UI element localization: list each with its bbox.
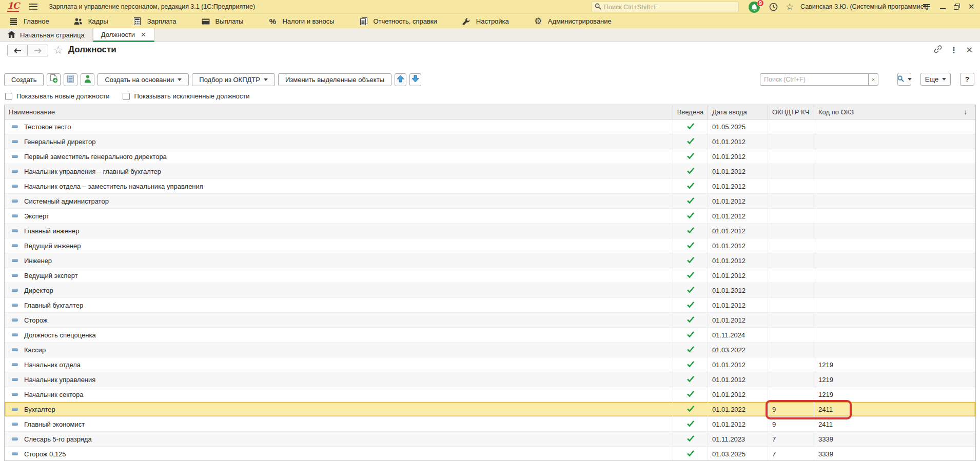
check-icon [687, 257, 694, 265]
restore-button[interactable] [950, 1, 964, 12]
filter-checkbox-group[interactable]: Показывать исключенные должности [123, 92, 249, 100]
okpdtr-kch-value [768, 387, 814, 402]
minimize-button[interactable] [936, 1, 949, 12]
sections-icon [9, 18, 18, 25]
entry-date: 01.01.2012 [708, 149, 768, 164]
history-button[interactable] [768, 2, 779, 12]
checkbox[interactable] [123, 93, 130, 100]
list-search-input[interactable] [760, 73, 869, 86]
entry-date: 01.01.2012 [708, 224, 768, 238]
tab[interactable]: Должности ✕ [93, 28, 154, 42]
position-item-icon [12, 244, 18, 247]
table-row[interactable]: Инженер 01.01.2012 [5, 253, 975, 268]
column-header-name[interactable]: Наименование [5, 105, 673, 119]
favorite-page-star-icon[interactable]: ☆ [53, 44, 63, 56]
table-row[interactable]: Слесарь 5-го разряда 01.11.2023 7 3339 [5, 432, 975, 447]
table-row[interactable]: Начальник управления – главный бухгалтер… [5, 164, 975, 179]
edit-selected-button[interactable]: Изменить выделенные объекты [278, 73, 391, 86]
chevron-down-icon [942, 78, 946, 81]
position-name: Системный администратор [24, 197, 109, 205]
favorites-button[interactable]: ☆ [784, 2, 795, 12]
menu-item[interactable]: Кадры [74, 14, 108, 28]
close-window-button[interactable]: ✕ [965, 1, 978, 12]
window-menu-button[interactable] [920, 1, 933, 12]
menu-item[interactable]: Отчетность, справки [359, 14, 437, 28]
clear-search-button[interactable]: × [869, 73, 878, 86]
link-icon[interactable] [934, 45, 942, 55]
close-page-icon[interactable]: ✕ [966, 45, 973, 55]
toolbar-icon-button[interactable] [47, 73, 61, 86]
menu-item-label: Настройка [476, 17, 509, 25]
okpdtr-kch-value [768, 253, 814, 268]
tab-close-icon[interactable]: ✕ [141, 31, 146, 38]
table-row[interactable]: Главный инженер 01.01.2012 [5, 224, 975, 238]
table-row[interactable]: Должность спецоценка 01.11.2024 [5, 328, 975, 343]
pick-from-okpdtr-button[interactable]: Подбор из ОКПДТР [192, 73, 275, 86]
table-row[interactable]: Главный бухгалтер 01.01.2012 [5, 298, 975, 313]
calculator-icon [133, 17, 142, 25]
check-icon [687, 302, 694, 309]
column-header-date[interactable]: Дата ввода [708, 105, 768, 119]
list-toolbar: Создать Создать на основании Подбор из О… [4, 73, 424, 86]
toolbar-icon-button[interactable] [64, 73, 77, 86]
position-item-icon [12, 363, 18, 366]
okpdtr-kch-value: 7 [768, 447, 814, 461]
checkbox[interactable] [5, 93, 12, 100]
back-button[interactable] [7, 45, 28, 56]
tab[interactable]: Начальная страница [0, 28, 93, 42]
position-name: Директор [24, 287, 53, 294]
column-header-okpdtr-kch[interactable]: ОКПДТР КЧ [768, 105, 814, 119]
table-row[interactable]: Начальник отдела – заместитель начальник… [5, 179, 975, 194]
position-name: Слесарь 5-го разряда [24, 435, 92, 443]
more-button[interactable]: Еще [920, 73, 951, 86]
checkbox-label: Показывать новые должности [16, 92, 109, 100]
create-based-on-button[interactable]: Создать на основании [97, 73, 189, 86]
okz-code-value: 1219 [814, 372, 975, 387]
table-row[interactable]: Начальник управления 01.01.2012 1219 [5, 372, 975, 387]
table-row[interactable]: Сторож 0,125 01.03.2025 7 3339 [5, 447, 975, 461]
menu-item[interactable]: % Налоги и взносы [268, 14, 334, 28]
forward-button[interactable] [28, 45, 48, 56]
menu-item[interactable]: Зарплата [133, 14, 177, 28]
table-row[interactable]: Ведущий инженер 01.01.2012 [5, 238, 975, 253]
move-button[interactable] [409, 73, 421, 86]
table-row[interactable]: Кассир 01.03.2022 [5, 343, 975, 357]
table-row[interactable]: Эксперт 01.01.2012 [5, 209, 975, 224]
table-row[interactable]: Системный администратор 01.01.2012 [5, 194, 975, 209]
help-button[interactable]: ? [960, 73, 974, 86]
table-row[interactable]: Первый заместитель генерального директор… [5, 149, 975, 164]
table-row[interactable]: Директор 01.01.2012 [5, 283, 975, 298]
entry-date: 01.01.2012 [708, 164, 768, 178]
move-button[interactable] [395, 73, 406, 86]
entry-date: 01.01.2012 [708, 298, 768, 312]
menu-item[interactable]: Настройка [462, 14, 509, 28]
table-row[interactable]: Сторож 01.01.2012 [5, 313, 975, 328]
main-menu-icon[interactable] [29, 4, 37, 10]
sort-descending-icon[interactable]: ↓ [964, 108, 967, 116]
entry-date: 01.01.2012 [708, 238, 768, 253]
menu-item[interactable]: Выплаты [201, 14, 244, 28]
current-user[interactable]: Савинская З.Ю. (Системный программист) [800, 3, 929, 10]
create-button[interactable]: Создать [4, 73, 44, 86]
notifications-button[interactable]: 9 [749, 1, 762, 13]
check-icon [687, 123, 694, 131]
kebab-menu-icon[interactable]: ⋮ [950, 46, 958, 55]
table-row[interactable]: Тестовое тесто 01.05.2025 [5, 119, 975, 134]
search-settings-button[interactable] [897, 73, 911, 86]
position-name: Начальник отдела – заместитель начальник… [24, 183, 203, 190]
table-row[interactable]: Ведущий эксперт 01.01.2012 [5, 268, 975, 283]
menu-item-label: Зарплата [147, 17, 177, 25]
menu-item[interactable]: Главное [9, 14, 49, 28]
okpdtr-kch-value: 7 [768, 432, 814, 446]
global-search-input[interactable] [604, 4, 727, 11]
table-row[interactable]: Генеральный директор 01.01.2012 [5, 134, 975, 149]
table-row[interactable]: Начальник отдела 01.01.2012 1219 [5, 357, 975, 372]
column-header-entered[interactable]: Введена [673, 105, 708, 119]
okz-code-value [814, 253, 975, 268]
page-title: Должности [68, 45, 116, 55]
column-header-okz[interactable]: Код по ОКЗ↓ [814, 105, 975, 119]
toolbar-icon-button[interactable] [81, 73, 94, 86]
menu-item[interactable]: ⚙ Администрирование [534, 14, 612, 28]
filter-checkbox-group[interactable]: Показывать новые должности [5, 92, 109, 100]
global-search[interactable] [591, 2, 739, 12]
